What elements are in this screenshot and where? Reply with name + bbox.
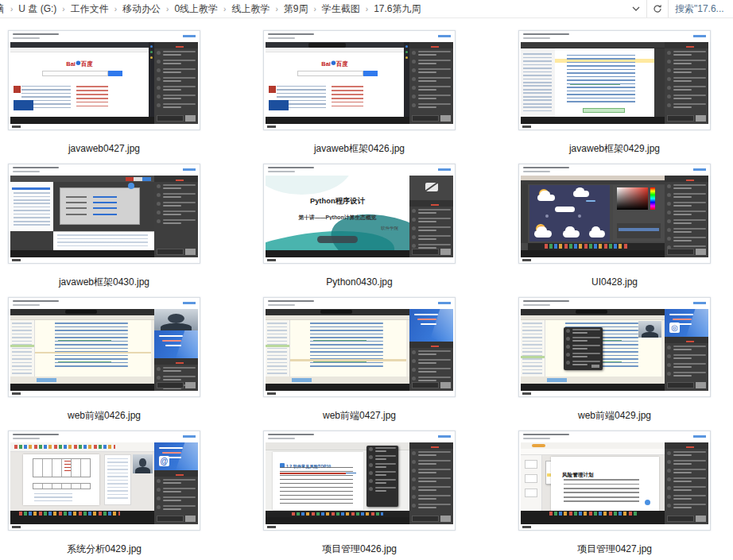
file-thumbnail[interactable]	[263, 297, 456, 397]
thumbnail-art	[418, 380, 436, 381]
thumbnail-art	[12, 259, 21, 261]
thumbnail-art	[33, 483, 91, 489]
thumbnail-art	[418, 504, 451, 510]
chat-tab	[665, 42, 708, 48]
file-thumbnail[interactable]: 风险管理计划	[518, 431, 711, 531]
code-editor	[521, 309, 665, 384]
file-thumbnail[interactable]	[518, 164, 711, 264]
thumbnail-art	[369, 471, 396, 477]
thumbnail-art	[418, 54, 436, 56]
file-item[interactable]: Bai百度 javaweb框架0426.jpg	[263, 30, 456, 155]
breadcrumb-item[interactable]: U 盘 (G:)	[14, 2, 60, 16]
thumbnail-art	[418, 238, 436, 240]
search-input[interactable]: 搜索"17.6...	[668, 0, 733, 17]
breadcrumb-item[interactable]: 17.6第九周	[370, 2, 425, 16]
thumbnail-art	[522, 259, 531, 261]
thumbnail-art	[673, 363, 706, 365]
thumbnail-art	[523, 33, 569, 35]
thumbnail-art	[673, 504, 706, 505]
breadcrumb-item[interactable]: 移动办公	[118, 2, 165, 16]
file-thumbnail[interactable]: Bai百度	[263, 30, 456, 130]
breadcrumb-item[interactable]: 脑	[0, 2, 9, 16]
thumbnail-art	[157, 479, 161, 483]
thumbnail-art	[673, 495, 706, 501]
file-item[interactable]: UI0428.jpg	[518, 164, 711, 288]
file-item[interactable]: web前端0426.jpg	[8, 297, 200, 422]
file-thumbnail[interactable]: @	[8, 431, 200, 531]
thumbnail-art	[107, 458, 128, 502]
thumbnail-art	[523, 300, 569, 302]
file-item[interactable]: @ 系统分析0429.jpg	[8, 431, 200, 555]
thumbnail-art	[521, 309, 665, 315]
file-item[interactable]: 风险管理计划 项目管理0427.jpg	[518, 431, 711, 555]
thumbnail-art	[545, 244, 630, 249]
address-dropdown-button[interactable]	[626, 0, 646, 17]
thumbnail-art	[405, 51, 408, 53]
chat-input	[157, 115, 196, 122]
thumbnail-art	[589, 230, 605, 238]
thumbnail-art	[673, 196, 692, 198]
chat-tab	[154, 42, 198, 48]
breadcrumb-separator: ›	[9, 5, 14, 14]
thumbnail-art	[163, 367, 196, 373]
thumbnail-art	[418, 477, 451, 484]
file-item[interactable]: 1.2 软件常见风险TOP10 项目管理0426.jpg	[263, 431, 456, 555]
chat-sidebar: ◎	[665, 309, 708, 391]
breadcrumb-item[interactable]: 工作文件	[67, 2, 113, 16]
thumbnail-art	[418, 451, 451, 458]
thumbnail-art	[525, 474, 538, 483]
chat-tab	[154, 358, 198, 365]
thumbnail-art	[163, 103, 196, 105]
thumbnail-art	[163, 71, 181, 73]
thumbnail-art	[673, 454, 692, 456]
thumbnail-art	[440, 382, 451, 388]
thumbnail-art	[667, 469, 706, 475]
file-item[interactable]: Python程序设计 第十讲——Python计算生态概览 软件学院 Python…	[263, 164, 456, 288]
thumbnail-art	[157, 249, 184, 255]
thumbnail-art	[667, 103, 671, 107]
code-editor	[10, 309, 154, 384]
thumbnail-art	[572, 337, 600, 338]
thumbnail-art	[673, 98, 692, 99]
thumbnail-art	[163, 219, 196, 226]
file-thumbnail[interactable]: 1.2 软件常见风险TOP10	[263, 431, 456, 531]
thumbnail-art	[667, 219, 706, 226]
thumbnail-art	[667, 469, 671, 473]
thumbnail-art	[10, 377, 154, 384]
breadcrumb-item[interactable]: 第9周	[280, 2, 312, 16]
file-thumbnail[interactable]	[518, 30, 711, 130]
refresh-button[interactable]	[647, 0, 668, 17]
file-item[interactable]: web前端0427.jpg	[263, 297, 456, 422]
chat-tab	[665, 442, 708, 449]
thumbnail-art	[673, 498, 692, 500]
file-item[interactable]: javaweb框架0429.jpg	[518, 30, 711, 155]
file-thumbnail[interactable]	[8, 164, 200, 264]
thumbnail-art	[667, 86, 671, 90]
breadcrumb-item[interactable]: 线上教学	[227, 2, 273, 16]
thumbnail-art	[418, 359, 451, 361]
file-thumbnail[interactable]: ◎	[518, 297, 711, 397]
thumbnail-art	[418, 504, 451, 505]
thumbnail-art	[673, 51, 706, 52]
thumbnail-art	[35, 320, 152, 377]
breadcrumb-item[interactable]: 学生截图	[318, 2, 364, 16]
file-item[interactable]: javaweb框架0430.jpg	[8, 164, 200, 288]
thumbnail-art	[673, 486, 706, 492]
file-name: javaweb框架0426.jpg	[263, 143, 456, 155]
file-thumbnail[interactable]: Bai百度	[8, 30, 200, 130]
file-item[interactable]: ◎ web前端0429.jpg	[518, 297, 711, 422]
thumbnail-art	[165, 345, 181, 346]
thumbnail-art	[369, 487, 396, 493]
thumbnail-art	[369, 463, 396, 469]
thumbnail-art	[268, 304, 295, 306]
thumbnail-art	[673, 489, 692, 491]
thumbnail-art	[163, 491, 181, 492]
file-thumbnail[interactable]: Python程序设计 第十讲——Python计算生态概览 软件学院	[263, 164, 456, 264]
file-item[interactable]: Bai百度 javaweb0427.jpg	[8, 30, 200, 155]
thumbnail-art	[667, 202, 706, 208]
breadcrumb-separator: ›	[60, 5, 66, 14]
file-thumbnail[interactable]	[8, 297, 200, 397]
breadcrumb-item[interactable]: 0线上教学	[170, 2, 222, 16]
view-link	[438, 435, 451, 438]
thumbnail-art	[673, 469, 706, 475]
